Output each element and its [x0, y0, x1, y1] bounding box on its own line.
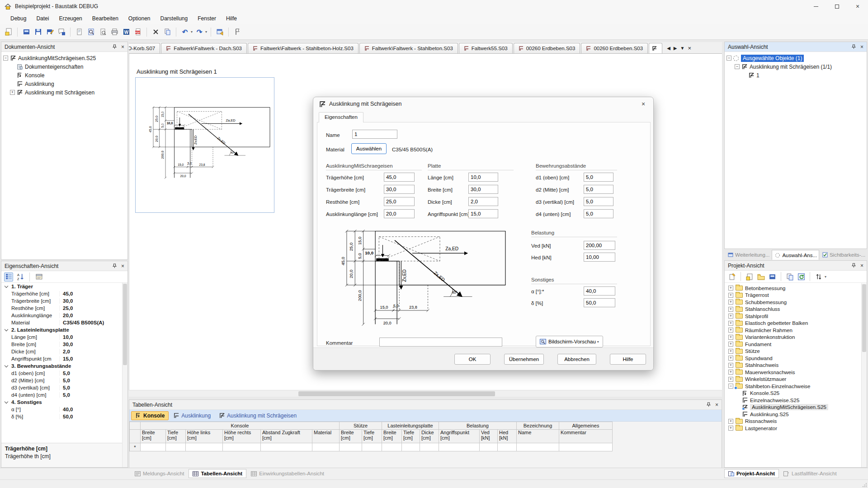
page-zoom-icon[interactable]	[98, 27, 108, 37]
table-tab-ausklinkung[interactable]: Ausklinkung	[170, 412, 214, 420]
sort-icon[interactable]	[814, 272, 823, 281]
expand-icon[interactable]	[728, 356, 733, 361]
prop-row[interactable]: d4 (unten) [cm]5,0	[1, 391, 127, 399]
save-icon[interactable]	[33, 27, 43, 37]
save-edit-icon[interactable]	[45, 27, 55, 37]
drawing-selection-box[interactable]: Za,ED Zs,ED Zv,ED 40°	[135, 77, 274, 213]
prop-group[interactable]: 1. Träger	[1, 283, 127, 290]
prop-row[interactable]: Breite [cm]30,0	[1, 341, 127, 348]
open-document-icon[interactable]	[768, 272, 777, 281]
document-tab-active-partial[interactable]	[649, 43, 662, 53]
project-folder[interactable]: Variantenkonstruktion	[728, 334, 866, 341]
project-folder[interactable]: Schubbemessung	[728, 299, 866, 306]
expand-icon[interactable]	[728, 314, 733, 319]
project-folder[interactable]: Lastgenerator	[728, 425, 866, 432]
tab-scroll-left-icon[interactable]: ◀	[667, 46, 670, 51]
uebernehmen-button[interactable]: Übernehmen	[504, 354, 544, 365]
dicke-input[interactable]	[468, 197, 498, 206]
hilfe-button[interactable]: Hilfe	[610, 354, 646, 365]
tab-close-icon[interactable]: ×	[688, 45, 691, 52]
expand-icon[interactable]	[728, 286, 733, 291]
document-tab[interactable]: it-ISO-Korb.S07	[129, 43, 160, 53]
table-tab-ausklinkung-schraegeisen[interactable]: Ausklinkung mit Schrägeisen	[215, 412, 300, 420]
pin-icon[interactable]	[112, 44, 117, 49]
project-folder[interactable]: Fundament	[728, 341, 866, 348]
tab-sichtbarkeits[interactable]: Sichtbarkeits-...	[820, 250, 867, 260]
expand-icon[interactable]	[728, 321, 733, 326]
pin-icon[interactable]	[706, 402, 711, 407]
expand-icon[interactable]	[728, 377, 733, 382]
pin-icon[interactable]	[112, 263, 117, 268]
prop-row[interactable]: Angriffspunkt [cm15,0	[1, 355, 127, 362]
print-icon[interactable]	[109, 27, 119, 37]
document-tab[interactable]: Faltwerk\Faltwerk - Stahlbeton-Holz.S03	[248, 43, 359, 53]
expand-icon[interactable]	[728, 293, 733, 298]
kommentar-input[interactable]	[379, 338, 502, 347]
prop-row[interactable]: Trägerhöhe [cm]45,0	[1, 290, 127, 297]
prop-row[interactable]: δ [%]50,0	[1, 413, 127, 420]
expand-icon[interactable]	[728, 370, 733, 375]
scrollbar-thumb[interactable]	[123, 284, 127, 365]
project-folder-open[interactable]: Stahlbeton-Einzelnachweise	[728, 383, 866, 390]
flag-icon[interactable]	[232, 27, 242, 37]
tree-item-ausklinkung-group[interactable]: Ausklinkung mit Schrägeisen (1/1)	[726, 62, 866, 71]
dialog-title-bar[interactable]: Ausklinkung mit Schrägeisen ×	[313, 97, 653, 111]
project-folder[interactable]: Trägerrost	[728, 292, 866, 299]
project-folder[interactable]: Betonbemessung	[728, 285, 866, 292]
resize-grip[interactable]	[863, 483, 867, 487]
menu-hilfe[interactable]: Hilfe	[221, 14, 242, 23]
tab-weiterleitung[interactable]: Weiterleitung...	[725, 250, 771, 260]
expand-icon[interactable]	[728, 328, 733, 333]
close-panel-icon[interactable]: ×	[860, 263, 863, 268]
tab-einwirkungstabellen-ansicht[interactable]: Einwirkungstabellen-Ansicht	[247, 469, 328, 478]
menu-fenster[interactable]: Fenster	[193, 14, 221, 23]
sort-dropdown-icon[interactable]: ▾	[825, 275, 826, 279]
laenge-input[interactable]	[468, 173, 498, 182]
tab-scroll-right-icon[interactable]: ▶	[674, 46, 677, 51]
tree-item-selected-objects[interactable]: Ausgewählte Objekte (1)	[726, 54, 866, 62]
menu-bearbeiten[interactable]: Bearbeiten	[87, 14, 123, 23]
property-pages-icon[interactable]	[34, 272, 43, 282]
project-folder[interactable]: Rissnachweis	[728, 418, 866, 425]
redo-dropdown-icon[interactable]: ▾	[205, 30, 207, 34]
project-folder[interactable]: Spundwand	[728, 355, 866, 362]
alpha-input[interactable]	[584, 286, 615, 296]
new-document-icon[interactable]	[745, 272, 754, 281]
tab-lastfallfilter-ansicht[interactable]: Lastfallfilter-Ansicht	[780, 469, 840, 478]
collapse-icon[interactable]	[3, 56, 8, 61]
project-folder[interactable]: Stahlanschluss	[728, 306, 866, 313]
close-panel-icon[interactable]: ×	[121, 44, 124, 50]
projekt-scrollbar[interactable]	[861, 283, 867, 467]
tab-list-icon[interactable]: ▼	[680, 46, 685, 51]
categorized-view-icon[interactable]	[4, 272, 13, 282]
tree-item-konsole[interactable]: Konsole	[3, 71, 127, 80]
konsole-table[interactable]: Konsole Stütze Lasteinleitungsplatte Bel…	[129, 422, 613, 451]
project-document-active[interactable]: AusklinkungMitSchrägeisen.S25	[728, 404, 866, 411]
refresh-icon[interactable]	[797, 272, 806, 281]
close-panel-icon[interactable]: ×	[860, 44, 863, 50]
tab-tabellen-ansicht[interactable]: Tabellen-Ansicht	[189, 469, 246, 478]
document-tab[interactable]: Faltwerk55.S03	[459, 43, 513, 53]
canvas-horizontal-scrollbar[interactable]	[129, 390, 722, 397]
close-panel-icon[interactable]: ×	[121, 263, 124, 269]
new-report-icon[interactable]	[4, 27, 14, 37]
new-folder-icon[interactable]	[756, 272, 765, 281]
maximize-button[interactable]	[826, 0, 847, 13]
project-document[interactable]: Einzelnachweise.S25	[728, 397, 866, 404]
delta-input[interactable]	[584, 298, 615, 307]
undo-icon[interactable]: ↶	[180, 27, 190, 37]
breite-input[interactable]	[468, 185, 498, 194]
d4-input[interactable]	[584, 209, 613, 218]
d2-input[interactable]	[584, 185, 613, 194]
project-document[interactable]: Konsole.S25	[728, 390, 866, 397]
resthoehe-input[interactable]	[384, 197, 415, 206]
ved-input[interactable]	[584, 241, 615, 250]
undo-dropdown-icon[interactable]: ▾	[191, 30, 193, 34]
project-folder[interactable]: Räumlicher Rahmen	[728, 327, 866, 334]
d3-input[interactable]	[584, 197, 613, 206]
document-tab[interactable]: 00260 Erdbeben.S03	[514, 43, 580, 53]
new-item-icon[interactable]	[727, 272, 736, 281]
prop-row[interactable]: MaterialC35/45 B500S(A)	[1, 319, 127, 326]
redo-icon[interactable]: ↷	[194, 27, 204, 37]
sort-az-icon[interactable]: AZ	[16, 272, 25, 282]
